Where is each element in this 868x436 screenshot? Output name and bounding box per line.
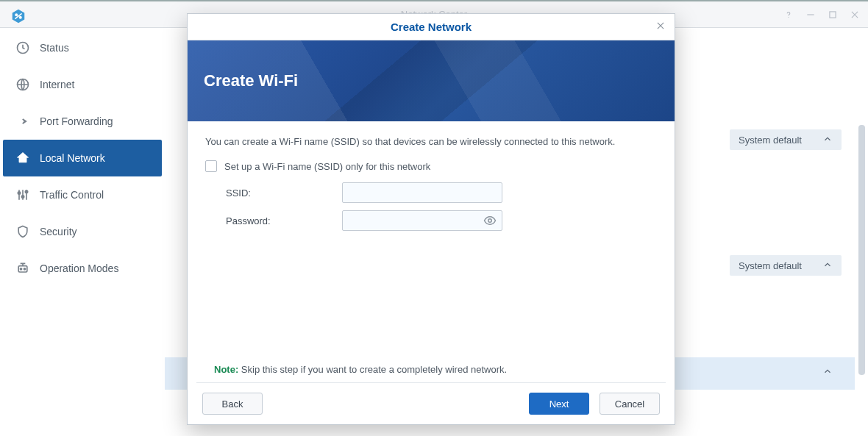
sidebar-item-internet[interactable]: Internet [3, 66, 162, 103]
svg-point-12 [20, 268, 21, 270]
note-text: Skip this step if you want to create a c… [238, 364, 507, 375]
sidebar-item-label: Status [40, 42, 69, 54]
modal-titlebar: Create Network [188, 14, 675, 40]
sidebar: Status Internet Port Forwarding Local Ne… [3, 29, 162, 436]
note-key: Note: [214, 364, 238, 375]
app-logo-icon [10, 8, 26, 24]
sidebar-item-local-network[interactable]: Local Network [3, 140, 162, 176]
sidebar-item-label: Traffic Control [40, 189, 104, 201]
modal-footer: Back Next Cancel [188, 383, 675, 424]
sidebar-item-label: Local Network [40, 152, 105, 164]
chevron-up-icon [822, 260, 833, 272]
password-label: Password: [226, 215, 342, 226]
svg-point-8 [18, 192, 20, 194]
svg-point-10 [25, 190, 27, 193]
svg-point-3 [788, 17, 789, 18]
scrollbar[interactable] [858, 125, 865, 375]
svg-point-1 [15, 13, 18, 16]
chip-label: System default [739, 135, 802, 146]
shield-icon [15, 224, 31, 240]
cancel-button[interactable]: Cancel [600, 393, 660, 415]
sidebar-item-security[interactable]: Security [3, 213, 162, 250]
password-input[interactable] [342, 210, 502, 231]
robot-icon [15, 260, 31, 276]
close-icon[interactable] [655, 21, 666, 33]
close-window-icon[interactable] [849, 9, 861, 21]
eye-icon[interactable] [483, 214, 497, 229]
modal-intro: You can create a Wi-Fi name (SSID) so th… [205, 136, 657, 147]
modal-note: Note: Skip this step if you want to crea… [196, 364, 666, 383]
sidebar-item-label: Port Forwarding [40, 115, 113, 127]
sidebar-item-label: Operation Modes [40, 262, 118, 274]
sidebar-item-port-forwarding[interactable]: Port Forwarding [3, 103, 162, 140]
back-button[interactable]: Back [202, 393, 263, 415]
svg-point-2 [19, 16, 22, 19]
checkbox-label: Set up a Wi-Fi name (SSID) only for this… [224, 161, 430, 172]
help-icon[interactable] [783, 9, 794, 21]
svg-rect-4 [807, 14, 814, 15]
sidebar-item-label: Security [40, 226, 77, 237]
sidebar-item-operation-modes[interactable]: Operation Modes [3, 250, 162, 287]
bg-chip-system-default-1[interactable]: System default [730, 129, 842, 150]
ssid-label: SSID: [226, 187, 342, 199]
svg-rect-5 [830, 12, 836, 18]
forward-icon [15, 113, 31, 129]
minimize-icon[interactable] [805, 9, 817, 21]
chip-label: System default [739, 260, 802, 271]
sliders-icon [15, 187, 31, 203]
modal-banner: Create Wi-Fi [188, 40, 675, 121]
sidebar-item-traffic-control[interactable]: Traffic Control [3, 176, 162, 213]
banner-heading: Create Wi-Fi [204, 71, 298, 90]
home-network-icon [15, 150, 31, 166]
sidebar-item-status[interactable]: Status [3, 29, 162, 66]
chevron-up-icon[interactable] [822, 366, 833, 379]
globe-icon [15, 76, 31, 93]
ssid-input[interactable] [342, 182, 502, 203]
svg-point-13 [24, 268, 25, 270]
modal-title: Create Network [391, 21, 472, 33]
next-button[interactable]: Next [529, 393, 589, 415]
create-network-modal: Create Network Create Wi-Fi You can crea… [187, 13, 675, 425]
bg-chip-system-default-2[interactable]: System default [730, 255, 842, 276]
svg-point-9 [21, 196, 24, 198]
svg-point-14 [488, 219, 492, 223]
maximize-icon[interactable] [827, 9, 839, 21]
chevron-up-icon [822, 134, 833, 146]
status-icon [15, 40, 31, 56]
modal-body: You can create a Wi-Fi name (SSID) so th… [188, 121, 675, 364]
ssid-only-checkbox[interactable] [205, 160, 217, 172]
sidebar-item-label: Internet [40, 79, 74, 90]
